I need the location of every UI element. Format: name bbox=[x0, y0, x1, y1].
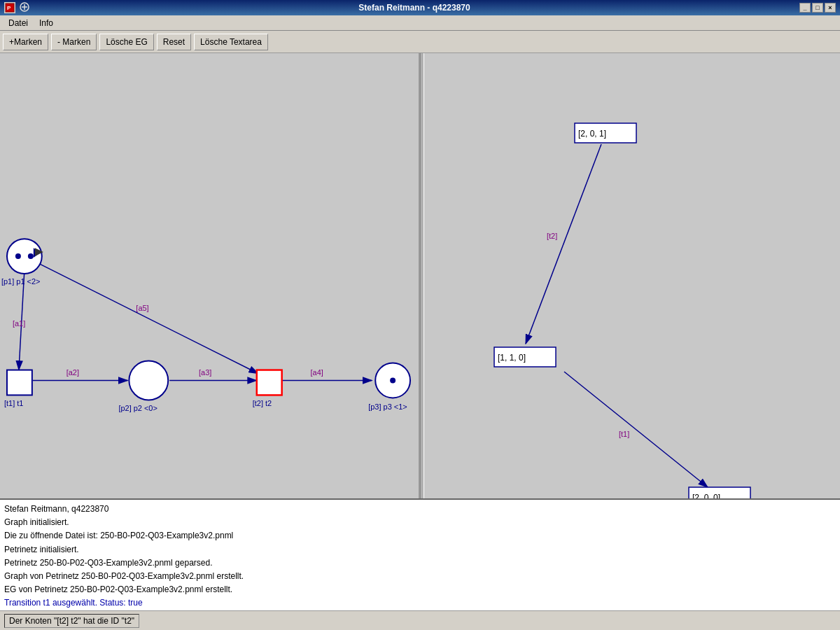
menu-datei[interactable]: Datei bbox=[3, 17, 34, 29]
place-p1-label: [p1] p1 <2> bbox=[1, 277, 40, 286]
statusbar-text: Der Knoten "[t2] t2" hat die ID "t2" bbox=[4, 614, 139, 628]
eg-canvas[interactable]: [t2] [t1] [2, 0, 1] [1, 1, 0] [2, 0, 0] bbox=[424, 53, 840, 498]
menubar: Datei Info bbox=[0, 15, 840, 31]
log-line: Petrinetz initialisiert. bbox=[4, 543, 836, 556]
eg-arc-n2-n3 bbox=[564, 372, 708, 487]
arc-label-a5: [a5] bbox=[136, 304, 148, 312]
app-icon2 bbox=[20, 2, 29, 14]
token-p1-1 bbox=[15, 253, 21, 259]
delete-textarea-button[interactable]: Lösche Textarea bbox=[194, 34, 268, 50]
menu-info[interactable]: Info bbox=[34, 17, 59, 29]
close-button[interactable]: × bbox=[825, 3, 836, 13]
token-p3-1 bbox=[390, 378, 396, 384]
app-icon: P bbox=[4, 2, 15, 13]
arc-label-a2: [a2] bbox=[66, 368, 79, 377]
petri-net-canvas[interactable]: [a1] [a2] [a3] [a4] [a5] [p1] p1 <2> [t bbox=[0, 53, 419, 498]
reset-button[interactable]: Reset bbox=[157, 34, 191, 50]
delete-eg-button[interactable]: Lösche EG bbox=[99, 34, 153, 50]
remove-marks-button[interactable]: - Marken bbox=[51, 34, 97, 50]
place-p2[interactable] bbox=[129, 361, 168, 400]
svg-text:P: P bbox=[7, 5, 11, 11]
token-p1-2 bbox=[28, 253, 34, 259]
log-line: Stefan Reitmann, q4223870 bbox=[4, 503, 836, 516]
minimize-button[interactable]: _ bbox=[799, 3, 811, 13]
eg-node-n3-label: [2, 0, 0] bbox=[692, 493, 720, 498]
statusbar: Der Knoten "[t2] t2" hat die ID "t2" bbox=[0, 610, 840, 630]
transition-t1-label: [t1] t1 bbox=[4, 399, 23, 407]
log-line: Transition t1 ausgewählt. Status: true bbox=[4, 596, 836, 610]
maximize-button[interactable]: □ bbox=[812, 3, 823, 13]
log-line: Die zu öffnende Datei ist: 250-B0-P02-Q0… bbox=[4, 529, 836, 542]
eg-node-n1-label: [2, 0, 1] bbox=[578, 129, 606, 139]
window-title: Stefan Reitmann - q4223870 bbox=[358, 3, 470, 13]
arc-label-a4: [a4] bbox=[311, 368, 323, 377]
add-marks-button[interactable]: +Marken bbox=[3, 34, 48, 50]
titlebar: P Stefan Reitmann - q4223870 _ □ × bbox=[0, 0, 840, 15]
titlebar-left: P bbox=[4, 2, 29, 14]
log-line: Graph initialisiert. bbox=[4, 516, 836, 529]
arc-label-a1: [a1] bbox=[13, 319, 25, 328]
left-panel: [a1] [a2] [a3] [a4] [a5] [p1] p1 <2> [t bbox=[0, 53, 420, 498]
log-area[interactable]: Stefan Reitmann, q4223870Graph initialis… bbox=[0, 498, 840, 610]
log-line: Graph von Petrinetz 250-B0-P02-Q03-Examp… bbox=[4, 570, 836, 583]
arc-p1-t2 bbox=[38, 263, 258, 373]
place-p3-label: [p3] p3 <1> bbox=[368, 402, 407, 411]
eg-arc-n1-n2 bbox=[526, 144, 601, 344]
transition-t2-label: [t2] t2 bbox=[253, 399, 272, 407]
place-p1[interactable] bbox=[7, 239, 42, 274]
titlebar-controls[interactable]: _ □ × bbox=[799, 3, 836, 13]
right-panel: [t2] [t1] [2, 0, 1] [1, 1, 0] [2, 0, 0] bbox=[424, 53, 840, 498]
transition-t1[interactable] bbox=[7, 370, 32, 396]
place-p2-label: [p2] p2 <0> bbox=[118, 404, 157, 412]
toolbar: +Marken - Marken Lösche EG Reset Lösche … bbox=[0, 31, 840, 53]
eg-arc-label-t2: [t2] bbox=[547, 232, 557, 240]
main-content: [a1] [a2] [a3] [a4] [a5] [p1] p1 <2> [t bbox=[0, 53, 840, 498]
arc-label-a3: [a3] bbox=[199, 368, 211, 377]
transition-t2[interactable] bbox=[257, 370, 282, 396]
log-line: EG von Petrinetz 250-B0-P02-Q03-Example3… bbox=[4, 583, 836, 596]
eg-node-n2-label: [1, 1, 0] bbox=[498, 353, 526, 363]
eg-arc-label-t1: [t1] bbox=[619, 430, 629, 438]
log-line: Petrinetz 250-B0-P02-Q03-Example3v2.pnml… bbox=[4, 556, 836, 570]
